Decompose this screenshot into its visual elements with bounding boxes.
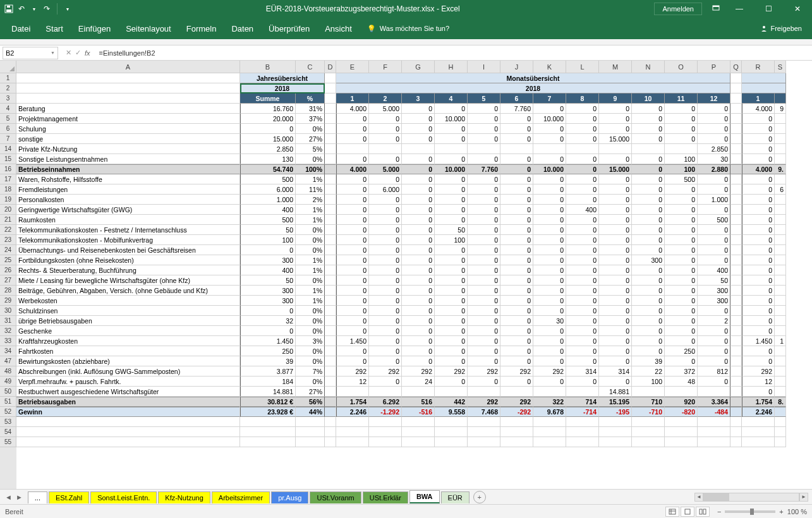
cell[interactable]: 50: [240, 225, 296, 235]
cell[interactable]: 1.000: [240, 195, 296, 205]
cell[interactable]: 100%: [296, 164, 325, 174]
row-header[interactable]: 7: [0, 134, 16, 144]
cell[interactable]: 0: [468, 134, 500, 144]
page-break-view-icon[interactable]: [696, 507, 710, 517]
cell[interactable]: [336, 387, 369, 397]
row-header[interactable]: 55: [0, 437, 16, 447]
cell[interactable]: Übernachtungs- und Reisenebenkosten bei …: [16, 245, 240, 255]
cell[interactable]: 12: [336, 376, 369, 387]
enter-formula-icon[interactable]: ✓: [75, 49, 81, 57]
cell[interactable]: -195: [599, 407, 632, 417]
cell[interactable]: [632, 144, 665, 154]
cell[interactable]: 0: [566, 316, 599, 326]
cell[interactable]: 0: [742, 124, 775, 134]
cell[interactable]: Summe: [240, 93, 296, 104]
cell[interactable]: 5.000: [369, 104, 402, 114]
cell[interactable]: [775, 225, 786, 235]
cell[interactable]: 0: [336, 114, 369, 124]
cell[interactable]: 0: [369, 134, 402, 144]
cell[interactable]: 0: [698, 225, 730, 235]
cell[interactable]: 0: [435, 215, 468, 225]
cell[interactable]: [369, 427, 402, 437]
cell[interactable]: [369, 144, 402, 154]
cell[interactable]: -292: [500, 407, 533, 417]
cell[interactable]: 1: [336, 93, 369, 104]
cell[interactable]: 0: [240, 245, 296, 255]
cell[interactable]: 0: [500, 124, 533, 134]
cell[interactable]: 300: [240, 296, 296, 306]
cell[interactable]: [742, 437, 775, 447]
cell[interactable]: 0: [599, 114, 632, 124]
cell[interactable]: [325, 376, 336, 387]
cell[interactable]: 0: [369, 346, 402, 356]
cell[interactable]: [435, 144, 468, 154]
cell[interactable]: Bewirtungskosten (abziehbare): [16, 356, 240, 366]
cell[interactable]: 0: [665, 286, 698, 296]
cell[interactable]: 10.000: [435, 164, 468, 174]
cell[interactable]: 400: [698, 265, 730, 275]
zoom-in-icon[interactable]: +: [779, 508, 783, 515]
cell[interactable]: [325, 205, 336, 215]
cell[interactable]: 0: [533, 195, 566, 205]
cell[interactable]: 14.881: [599, 387, 632, 397]
cell[interactable]: 0: [500, 134, 533, 144]
zoom-level[interactable]: 100 %: [787, 508, 807, 515]
cell[interactable]: 0: [566, 154, 599, 164]
cell[interactable]: 2.246: [336, 407, 369, 417]
cell[interactable]: 0: [566, 195, 599, 205]
cell[interactable]: 0: [533, 286, 566, 296]
cell[interactable]: [533, 144, 566, 154]
cell[interactable]: Sonstige Leistungsentnahmen: [16, 154, 240, 164]
cell[interactable]: 7.468: [468, 407, 500, 417]
cell[interactable]: 0: [336, 286, 369, 296]
cell[interactable]: 27%: [296, 387, 325, 397]
cell[interactable]: 5: [468, 93, 500, 104]
cell[interactable]: 0: [698, 306, 730, 316]
cell[interactable]: 0: [435, 184, 468, 195]
cell[interactable]: 0: [336, 134, 369, 144]
cell[interactable]: [369, 437, 402, 447]
cell[interactable]: 0: [533, 306, 566, 316]
cell[interactable]: [325, 184, 336, 195]
cell[interactable]: [775, 144, 786, 154]
cell[interactable]: [775, 306, 786, 316]
cell[interactable]: [599, 144, 632, 154]
cell[interactable]: 0: [599, 174, 632, 184]
tab-nav-next-icon[interactable]: ►: [16, 493, 23, 501]
cell[interactable]: 0: [665, 225, 698, 235]
row-header[interactable]: 52: [0, 407, 16, 417]
cell[interactable]: [325, 235, 336, 245]
cell[interactable]: Beiträge, Gebühren, Abgaben, Versich. (o…: [16, 286, 240, 296]
cell[interactable]: 0: [369, 114, 402, 124]
cell[interactable]: 0: [500, 225, 533, 235]
cell[interactable]: 20.000: [240, 114, 296, 124]
cell[interactable]: 0: [468, 104, 500, 114]
cell[interactable]: [775, 93, 786, 104]
cell[interactable]: 100: [632, 376, 665, 387]
cell[interactable]: 0: [533, 174, 566, 184]
cell[interactable]: 0: [632, 286, 665, 296]
cell[interactable]: 0: [742, 174, 775, 184]
cell[interactable]: 0: [698, 104, 730, 114]
cell[interactable]: [775, 215, 786, 225]
sheet-tab[interactable]: USt.Erklär: [363, 491, 408, 503]
cell[interactable]: [468, 417, 500, 427]
column-header[interactable]: I: [468, 61, 500, 73]
cell[interactable]: 0: [566, 376, 599, 387]
cell[interactable]: 0: [632, 326, 665, 336]
cell[interactable]: 0%: [296, 275, 325, 286]
cell[interactable]: 0: [599, 376, 632, 387]
cell[interactable]: 0: [698, 205, 730, 215]
cell[interactable]: [730, 437, 742, 447]
cell[interactable]: 0: [402, 316, 435, 326]
cell[interactable]: 0: [665, 326, 698, 336]
cell[interactable]: [325, 316, 336, 326]
cell[interactable]: 15.000: [599, 134, 632, 144]
cell[interactable]: 0: [435, 245, 468, 255]
cell[interactable]: 0: [632, 174, 665, 184]
cell[interactable]: 0: [468, 154, 500, 164]
sheet-tab[interactable]: Kfz-Nutzung: [158, 491, 210, 503]
cell[interactable]: [775, 437, 786, 447]
sheet-tab[interactable]: ...: [28, 491, 47, 503]
cell[interactable]: 0: [402, 104, 435, 114]
